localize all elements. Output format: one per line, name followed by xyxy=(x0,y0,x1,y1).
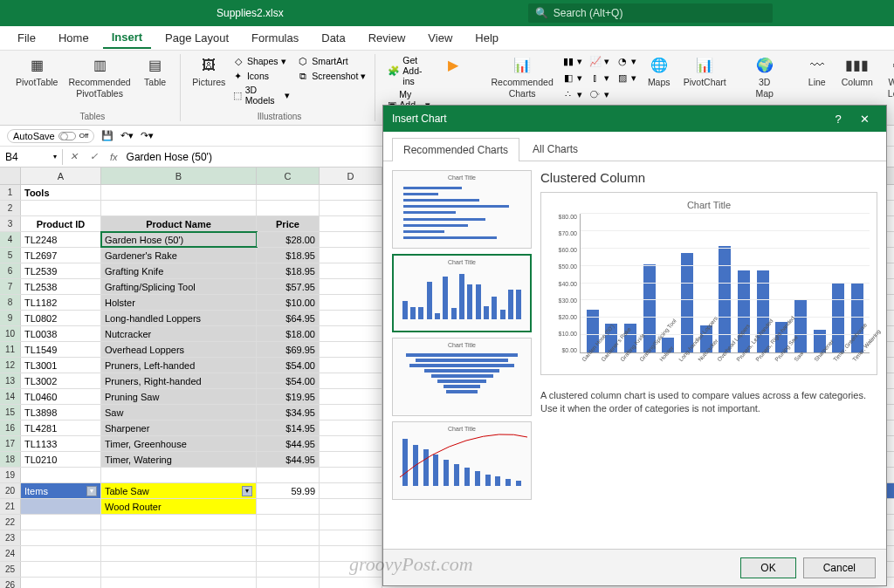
maps-button[interactable]: 🌐Maps xyxy=(642,54,677,90)
cell-price[interactable]: $54.00 xyxy=(257,358,320,373)
cell-id[interactable]: TL3002 xyxy=(21,373,101,388)
cell-price[interactable]: $14.95 xyxy=(257,420,320,435)
3dmap-button[interactable]: 🌍3D Map xyxy=(747,54,782,100)
col-header-b[interactable]: B xyxy=(101,168,257,184)
smartart-button[interactable]: ⬡SmartArt xyxy=(295,54,368,68)
shapes-button[interactable]: ◇Shapes▾ xyxy=(230,54,292,68)
cell-price[interactable]: $28.00 xyxy=(257,232,320,247)
chart-line-button[interactable]: 📈▾ xyxy=(588,54,611,68)
3dmodels-button[interactable]: ⬚3D Models▾ xyxy=(230,84,292,106)
fx-icon[interactable]: fx xyxy=(107,152,121,162)
sparkwinloss-button[interactable]: ▫▪Win/ Loss xyxy=(880,54,894,100)
recommended-pivottables-button[interactable]: ▥Recommended PivotTables xyxy=(65,54,134,100)
thumb-clustered-column[interactable]: Chart Title xyxy=(392,254,532,332)
cell-price[interactable]: $44.95 xyxy=(257,452,320,467)
save-icon[interactable]: 💾 xyxy=(101,130,113,141)
cell-id[interactable]: TL2697 xyxy=(21,248,101,263)
select-all-corner[interactable] xyxy=(0,168,21,184)
chart-combo-button[interactable]: ⧂▾ xyxy=(588,87,611,101)
recommended-charts-button[interactable]: 📊Recommended Charts xyxy=(488,54,557,100)
cell-price[interactable]: $64.95 xyxy=(257,311,320,325)
cell-id[interactable]: TL2248 xyxy=(21,232,101,247)
cell-id[interactable]: TL0038 xyxy=(21,326,101,341)
dialog-titlebar[interactable]: Insert Chart ? ✕ xyxy=(383,106,886,132)
cell-id[interactable]: TL1549 xyxy=(21,342,101,357)
cell-price[interactable]: $19.95 xyxy=(257,389,320,404)
items-price[interactable]: 59.99 xyxy=(257,483,320,498)
thumb-funnel[interactable]: Chart Title xyxy=(392,338,532,416)
cell-name[interactable]: Pruning Saw xyxy=(101,389,257,404)
cell-price[interactable]: $57.95 xyxy=(257,279,320,294)
cell-price[interactable]: $18.95 xyxy=(257,263,320,278)
thumb-clustered-bar[interactable]: Chart Title xyxy=(392,170,532,249)
thumb-pareto[interactable]: Chart Title xyxy=(392,421,532,500)
sparkline-button[interactable]: 〰Line xyxy=(800,54,835,90)
cell-name[interactable]: Timer, Greenhouse xyxy=(101,436,257,451)
chart-preview[interactable]: Chart Title $80.00$70.00$60.00$50.00$40.… xyxy=(540,192,877,375)
pictures-button[interactable]: 🖼Pictures xyxy=(191,54,227,90)
name-box[interactable]: B4▾ xyxy=(0,149,63,165)
cell-name[interactable]: Timer, Watering xyxy=(101,452,257,467)
pivotchart-button[interactable]: 📊PivotChart xyxy=(680,54,730,90)
cell-name[interactable]: Sharpener xyxy=(101,420,257,435)
tab-review[interactable]: Review xyxy=(360,28,415,48)
tab-file[interactable]: File xyxy=(9,28,45,48)
enter-formula-icon[interactable]: ✓ xyxy=(86,151,101,162)
ok-button[interactable]: OK xyxy=(740,557,795,578)
tab-pagelayout[interactable]: Page Layout xyxy=(156,28,237,48)
chart-surface-button[interactable]: ▨▾ xyxy=(615,71,638,85)
items-row2-b[interactable]: Wood Router xyxy=(101,499,257,514)
items-label[interactable]: Items▾ xyxy=(21,483,101,498)
sheet-title[interactable]: Tools xyxy=(21,185,101,200)
cell-id[interactable]: TL0210 xyxy=(21,452,101,467)
cell-name[interactable]: Grafting/Splicing Tool xyxy=(101,279,257,294)
cell-name[interactable]: Garden Hose (50') xyxy=(101,232,257,247)
cell-price[interactable]: $18.00 xyxy=(257,326,320,341)
cell-name[interactable]: Saw xyxy=(101,405,257,420)
bing-icon[interactable]: ▶ xyxy=(436,54,471,79)
chart-scatter-button[interactable]: ∴▾ xyxy=(560,87,584,101)
tab-help[interactable]: Help xyxy=(466,28,507,48)
cell-name[interactable]: Nutcracker xyxy=(101,326,257,341)
tab-insert[interactable]: Insert xyxy=(103,27,151,49)
cell-price[interactable]: $44.95 xyxy=(257,436,320,451)
cell-id[interactable]: TL3898 xyxy=(21,405,101,420)
cell-name[interactable]: Holster xyxy=(101,295,257,310)
undo-button[interactable]: ↶▾ xyxy=(120,130,134,141)
cell-name[interactable]: Long-handled Loppers xyxy=(101,311,257,325)
cell-id[interactable]: TL3001 xyxy=(21,358,101,373)
col-header-c[interactable]: C xyxy=(257,168,320,184)
tab-formulas[interactable]: Formulas xyxy=(243,28,307,48)
chart-col-button[interactable]: ▮▮▾ xyxy=(560,54,584,68)
cell-price[interactable]: $10.00 xyxy=(257,295,320,310)
col-header-a[interactable]: A xyxy=(21,168,101,184)
table-button[interactable]: ▤Table xyxy=(138,54,173,90)
pivottable-button[interactable]: ▦PivotTable xyxy=(12,54,61,90)
header-id[interactable]: Product ID xyxy=(21,216,101,231)
get-addins-button[interactable]: 🧩Get Add-ins xyxy=(386,54,431,87)
icons-button[interactable]: ✦Icons xyxy=(230,69,292,83)
tab-data[interactable]: Data xyxy=(313,28,354,48)
cell-id[interactable]: TL0460 xyxy=(21,389,101,404)
cell-id[interactable]: TL2538 xyxy=(21,279,101,294)
chart-stat-button[interactable]: ⫿▾ xyxy=(588,71,611,85)
cell-price[interactable]: $69.95 xyxy=(257,342,320,357)
cell-id[interactable]: TL2539 xyxy=(21,263,101,278)
help-button[interactable]: ? xyxy=(825,113,851,126)
cell-name[interactable]: Overhead Loppers xyxy=(101,342,257,357)
chart-pie-button[interactable]: ◔▾ xyxy=(615,54,638,68)
cancel-button[interactable]: Cancel xyxy=(803,557,876,578)
cell-id[interactable]: TL1133 xyxy=(21,436,101,451)
cell-price[interactable]: $54.00 xyxy=(257,373,320,388)
close-button[interactable]: ✕ xyxy=(851,113,877,126)
cell-id[interactable]: TL4281 xyxy=(21,420,101,435)
cell-id[interactable]: TL0802 xyxy=(21,311,101,325)
tab-view[interactable]: View xyxy=(419,28,461,48)
cell-id[interactable]: TL1182 xyxy=(21,295,101,310)
cell-name[interactable]: Grafting Knife xyxy=(101,263,257,278)
cell-name[interactable]: Pruners, Right-handed xyxy=(101,373,257,388)
tab-recommended-charts[interactable]: Recommended Charts xyxy=(392,138,519,161)
cell-price[interactable]: $18.95 xyxy=(257,248,320,263)
header-price[interactable]: Price xyxy=(257,216,320,231)
filter-icon[interactable]: ▾ xyxy=(86,486,97,496)
